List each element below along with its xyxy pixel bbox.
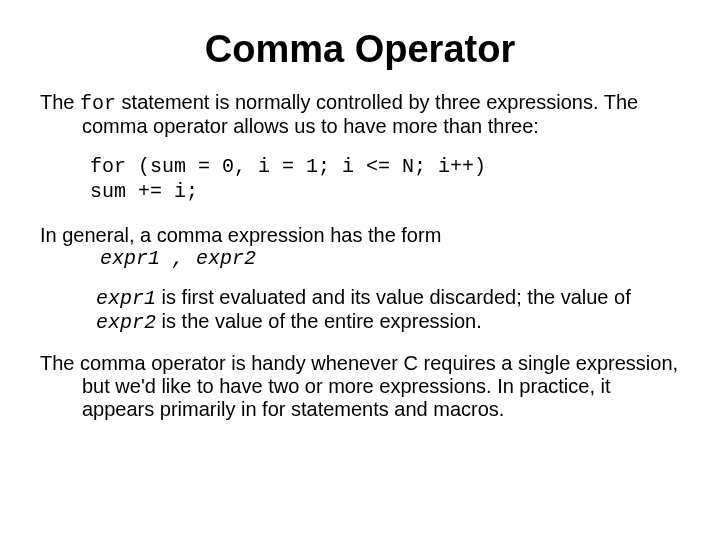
- text: is first evaluated and its value discard…: [156, 286, 631, 308]
- for-keyword: for: [80, 92, 116, 115]
- slide-title: Comma Operator: [40, 28, 680, 71]
- closing-paragraph: The comma operator is handy whenever C r…: [40, 352, 680, 421]
- form-expression: expr1 , expr2: [100, 247, 680, 270]
- text: The: [40, 91, 80, 113]
- intro-paragraph: The for statement is normally controlled…: [40, 91, 680, 138]
- text: is the value of the entire expression.: [156, 310, 482, 332]
- form-lead: In general, a comma expression has the f…: [40, 224, 680, 247]
- slide: Comma Operator The for statement is norm…: [0, 0, 720, 457]
- form-paragraph: In general, a comma expression has the f…: [40, 224, 680, 270]
- explanation-paragraph: expr1 is first evaluated and its value d…: [96, 286, 680, 334]
- expr2: expr2: [96, 311, 156, 334]
- expr1: expr1: [96, 287, 156, 310]
- code-example: for (sum = 0, i = 1; i <= N; i++) sum +=…: [90, 154, 680, 204]
- text: statement is normally controlled by thre…: [82, 91, 638, 137]
